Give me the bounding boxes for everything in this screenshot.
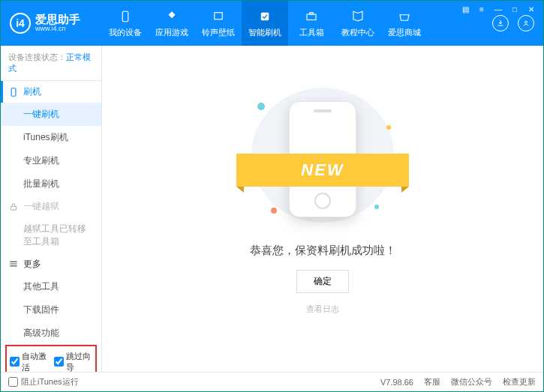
- user-button[interactable]: [518, 15, 534, 31]
- sidebar-advanced[interactable]: 高级功能: [1, 322, 101, 345]
- flash-icon: [257, 9, 272, 24]
- version-label: V7.98.66: [380, 378, 413, 387]
- main-nav: 我的设备 应用游戏 铃声壁纸 智能刷机 工具箱 教程中心: [102, 1, 492, 46]
- settings-icon[interactable]: ≡: [476, 4, 488, 14]
- block-itunes-checkbox[interactable]: 阻止iTunes运行: [8, 376, 79, 388]
- logo-icon: i4: [10, 13, 31, 34]
- svg-rect-1: [215, 12, 223, 19]
- wechat-link[interactable]: 微信公众号: [451, 376, 492, 388]
- nav-store[interactable]: 爱思商城: [381, 1, 428, 46]
- auto-activate-checkbox[interactable]: 自动激活: [10, 351, 48, 372]
- nav-flash[interactable]: 智能刷机: [242, 1, 288, 46]
- phone-small-icon: [8, 87, 19, 97]
- footer: 阻止iTunes运行 V7.98.66 客服 微信公众号 检查更新: [1, 372, 543, 391]
- success-message: 恭喜您，保资料刷机成功啦！: [250, 244, 396, 258]
- check-update-link[interactable]: 检查更新: [503, 376, 536, 388]
- nav-my-device[interactable]: 我的设备: [102, 1, 149, 46]
- close-icon[interactable]: ✕: [525, 4, 537, 14]
- sidebar-one-key-flash[interactable]: 一键刷机: [1, 103, 101, 126]
- nav-ringtones[interactable]: 铃声壁纸: [195, 1, 242, 46]
- lock-icon: [8, 202, 19, 212]
- wallpaper-icon: [211, 9, 226, 24]
- app-title: 爱思助手: [35, 13, 80, 26]
- svg-rect-6: [11, 88, 16, 96]
- maximize-icon[interactable]: □: [509, 4, 521, 14]
- skip-guide-checkbox[interactable]: 跳过向导: [54, 351, 92, 372]
- view-log-link[interactable]: 查看日志: [306, 304, 339, 315]
- nav-tutorials[interactable]: 教程中心: [335, 1, 381, 46]
- main-content: NEW 恭喜您，保资料刷机成功啦！ 确定 查看日志: [102, 46, 543, 372]
- success-illustration: NEW: [251, 88, 394, 223]
- sidebar-flash-header[interactable]: 刷机: [1, 81, 101, 103]
- logo: i4 爱思助手 www.i4.cn: [1, 13, 102, 34]
- toolbox-icon: [304, 9, 319, 24]
- svg-rect-2: [261, 12, 269, 20]
- sidebar-pro-flash[interactable]: 专业刷机: [1, 149, 101, 172]
- phone-icon: [118, 9, 133, 24]
- sidebar-more-header[interactable]: 更多: [1, 253, 101, 275]
- service-link[interactable]: 客服: [424, 376, 440, 388]
- svg-rect-7: [11, 206, 17, 210]
- svg-rect-3: [307, 14, 316, 20]
- sidebar-itunes-flash[interactable]: iTunes刷机: [1, 126, 101, 149]
- apps-icon: [164, 9, 179, 24]
- sidebar-jailbreak-note: 越狱工具已转移至工具箱: [1, 217, 101, 253]
- device-status: 设备连接状态：正常模式: [1, 46, 101, 81]
- sidebar-batch-flash[interactable]: 批量刷机: [1, 172, 101, 196]
- menu-icon[interactable]: ▤: [459, 4, 471, 14]
- new-ribbon: NEW: [236, 154, 409, 187]
- more-icon: [8, 259, 19, 269]
- window-controls: ▤ ≡ — □ ✕: [459, 4, 537, 14]
- download-button[interactable]: [492, 15, 509, 31]
- header-right: [492, 15, 543, 31]
- minimize-icon[interactable]: —: [492, 4, 504, 14]
- svg-rect-0: [122, 11, 128, 22]
- app-window: ▤ ≡ — □ ✕ i4 爱思助手 www.i4.cn 我的设备 应用游戏 铃声: [0, 0, 544, 392]
- book-icon: [350, 9, 365, 24]
- checkbox-highlight: 自动激活 跳过向导: [5, 345, 97, 372]
- sidebar-other-tools[interactable]: 其他工具: [1, 275, 101, 298]
- svg-point-5: [525, 21, 527, 23]
- nav-toolbox[interactable]: 工具箱: [288, 1, 335, 46]
- confirm-button[interactable]: 确定: [296, 270, 349, 293]
- nav-apps[interactable]: 应用游戏: [149, 1, 195, 46]
- sidebar: 设备连接状态：正常模式 刷机 一键刷机 iTunes刷机 专业刷机 批量刷机 一…: [1, 46, 102, 372]
- body: 设备连接状态：正常模式 刷机 一键刷机 iTunes刷机 专业刷机 批量刷机 一…: [1, 46, 543, 372]
- store-icon: [397, 9, 412, 24]
- svg-rect-4: [310, 12, 314, 13]
- sidebar-download-fw[interactable]: 下载固件: [1, 298, 101, 322]
- sidebar-jailbreak-header[interactable]: 一键越狱: [1, 196, 101, 217]
- app-subtitle: www.i4.cn: [35, 25, 80, 33]
